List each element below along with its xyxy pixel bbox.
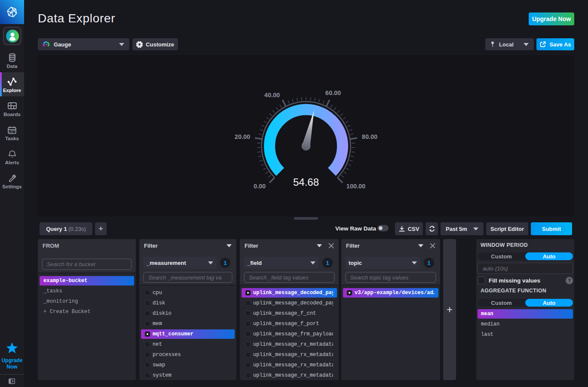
- svg-text:100.00: 100.00: [346, 183, 365, 190]
- svg-text:20.00: 20.00: [235, 133, 250, 140]
- svg-text:0.00: 0.00: [254, 183, 266, 190]
- svg-text:40.00: 40.00: [264, 92, 280, 98]
- svg-text:54.68: 54.68: [293, 176, 319, 188]
- svg-text:80.00: 80.00: [362, 133, 377, 140]
- svg-text:60.00: 60.00: [325, 89, 341, 96]
